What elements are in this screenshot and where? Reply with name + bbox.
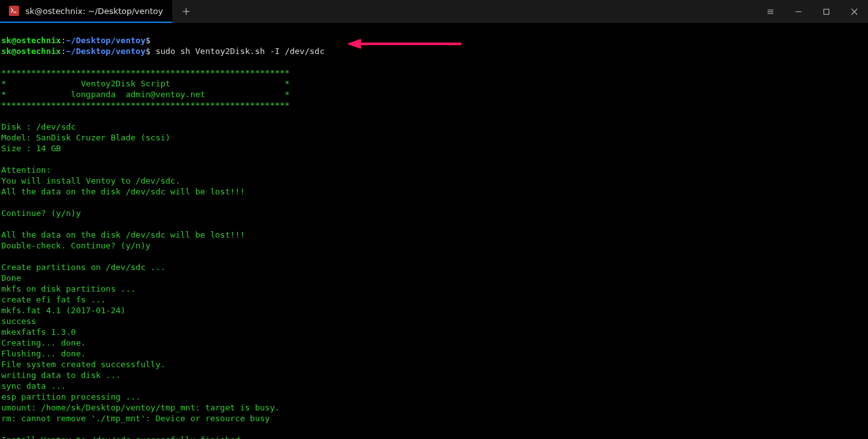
prompt-cwd-2: ~/Desktop/ventoy: [66, 46, 146, 56]
output-line: Install Ventoy to /dev/sdc successfully …: [1, 435, 245, 439]
prompt-sep-2: :: [61, 46, 66, 56]
output-line: Creating... done.: [1, 338, 86, 348]
close-button[interactable]: [840, 0, 868, 23]
output-line: umount: /home/sk/Desktop/ventoy/tmp_mnt:…: [1, 403, 280, 412]
output-line: writing data to disk ...: [1, 370, 121, 380]
output-line: mkfs.fat 4.1 (2017-01-24): [1, 306, 126, 315]
output-line: Flushing... done.: [1, 349, 86, 358]
svg-rect-0: [824, 9, 829, 14]
output-line: Done: [1, 273, 21, 283]
output-line: Continue? (y/n)y: [1, 208, 81, 218]
window-controls: [756, 0, 868, 23]
output-line: mkexfatfs 1.3.0: [1, 327, 76, 337]
output-line: Double-check. Continue? (y/n)y: [1, 241, 151, 250]
new-tab-button[interactable]: [172, 0, 200, 23]
output-line: Disk : /dev/sdc: [1, 122, 76, 132]
output-line: esp partition processing ...: [1, 392, 140, 402]
terminal-body[interactable]: sk@ostechnix:~/Desktop/ventoy$ sk@ostech…: [0, 23, 868, 439]
output-line: mkfs on disk partitions ...: [1, 284, 135, 294]
output-line: Create partitions on /dev/sdc ...: [1, 262, 165, 272]
output-line: * Ventoy2Disk Script *: [1, 79, 290, 88]
output-line: Size : 14 GB: [1, 144, 61, 153]
title-bar: sk@ostechnix: ~/Desktop/ventoy: [0, 0, 868, 23]
output-line: You will install Ventoy to /dev/sdc.: [1, 176, 180, 186]
output-line: ****************************************…: [1, 100, 290, 110]
output-line: ****************************************…: [1, 68, 290, 78]
prompt-dollar-2: $: [146, 46, 151, 56]
output-line: rm: cannot remove './tmp_mnt': Device or…: [1, 414, 270, 423]
output-line: sync data ...: [1, 381, 66, 391]
prompt-cwd: ~/Desktop/ventoy: [66, 36, 146, 45]
output-line: All the data on the disk /dev/sdc will b…: [1, 230, 245, 240]
active-tab[interactable]: sk@ostechnix: ~/Desktop/ventoy: [0, 0, 172, 23]
output-line: * longpanda admin@ventoy.net *: [1, 90, 290, 99]
tab-title: sk@ostechnix: ~/Desktop/ventoy: [25, 6, 163, 16]
output-line: create efi fat fs ...: [1, 295, 105, 304]
terminal-icon: [9, 6, 19, 16]
title-bar-spacer: [200, 0, 756, 23]
output-line: All the data on the disk /dev/sdc will b…: [1, 187, 245, 196]
maximize-button[interactable]: [812, 0, 840, 23]
prompt-userhost-2: sk@ostechnix: [1, 46, 61, 56]
output-line: File system created successfully.: [1, 360, 165, 369]
typed-command: sudo sh Ventoy2Disk.sh -I /dev/sdc: [151, 46, 325, 56]
output-line: Attention:: [1, 165, 51, 175]
prompt-userhost: sk@ostechnix: [1, 36, 61, 45]
minimize-button[interactable]: [784, 0, 812, 23]
output-line: Model: SanDisk Cruzer Blade (scsi): [1, 133, 170, 142]
prompt-sep: :: [61, 36, 66, 45]
prompt-dollar: $: [146, 36, 151, 45]
menu-button[interactable]: [756, 0, 784, 23]
output-line: success: [1, 316, 36, 326]
